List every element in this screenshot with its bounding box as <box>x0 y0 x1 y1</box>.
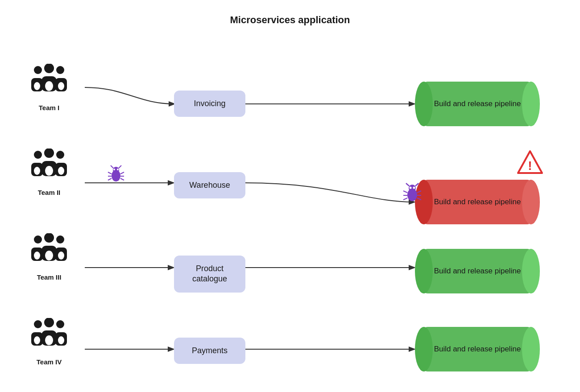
diagram: Team I Team II <box>0 30 580 392</box>
svg-point-7 <box>44 64 54 73</box>
team-group-3: Team III <box>29 233 69 281</box>
pipeline-1: Build and release pipeline <box>415 82 540 126</box>
svg-line-60 <box>108 178 112 180</box>
svg-point-31 <box>45 251 53 260</box>
svg-point-76 <box>410 187 412 189</box>
team-icon-1 <box>29 64 69 101</box>
svg-point-26 <box>56 235 64 243</box>
svg-line-56 <box>111 165 113 168</box>
pipeline-2: Build and release pipeline <box>415 180 540 224</box>
team-label-4: Team IV <box>37 358 62 366</box>
team-label-1: Team I <box>39 104 59 111</box>
svg-line-75 <box>417 198 421 200</box>
team-icon-3 <box>29 233 69 271</box>
svg-point-15 <box>34 151 42 159</box>
page-title: Microservices application <box>0 0 580 30</box>
team-group-2: Team II <box>29 149 69 196</box>
svg-point-39 <box>34 336 40 344</box>
team-icon-4 <box>29 318 69 355</box>
svg-point-77 <box>413 187 415 189</box>
svg-point-33 <box>34 320 42 328</box>
svg-point-40 <box>45 335 53 345</box>
svg-point-32 <box>58 252 64 260</box>
service-payments: Payments <box>174 338 245 364</box>
svg-point-65 <box>117 169 119 170</box>
svg-point-16 <box>44 149 54 158</box>
svg-point-23 <box>58 167 64 175</box>
svg-line-63 <box>120 178 124 180</box>
team-icon-2 <box>29 149 69 186</box>
team-label-3: Team III <box>37 273 62 281</box>
svg-line-69 <box>415 183 418 186</box>
svg-line-58 <box>108 172 112 174</box>
team-group-4: Team IV <box>29 318 69 366</box>
svg-point-64 <box>113 169 115 170</box>
team-group-1: Team I <box>29 64 69 111</box>
svg-point-22 <box>45 166 53 176</box>
warning-icon: ! <box>517 150 543 176</box>
svg-point-25 <box>44 233 54 243</box>
pipeline-3: Build and release pipeline <box>415 249 540 293</box>
team-label-2: Team II <box>38 189 61 196</box>
service-product-catalogue: Product catalogue <box>174 256 245 293</box>
svg-point-17 <box>56 151 64 159</box>
svg-point-21 <box>34 167 40 175</box>
svg-point-24 <box>34 235 42 243</box>
svg-point-13 <box>45 81 53 91</box>
service-invoicing: Invoicing <box>174 91 245 117</box>
svg-point-30 <box>34 252 40 260</box>
svg-line-72 <box>403 198 407 200</box>
svg-point-41 <box>58 336 64 344</box>
svg-point-8 <box>56 66 64 74</box>
pipeline-4: Build and release pipeline <box>415 327 540 371</box>
svg-line-57 <box>119 165 121 168</box>
svg-point-14 <box>58 82 64 90</box>
svg-point-34 <box>44 318 54 327</box>
svg-point-6 <box>34 66 42 74</box>
svg-point-12 <box>34 82 40 90</box>
bug-icon-2 <box>402 182 423 205</box>
svg-line-61 <box>120 172 124 174</box>
svg-line-73 <box>417 191 421 193</box>
svg-text:!: ! <box>528 159 532 173</box>
svg-line-68 <box>406 183 409 186</box>
bug-icon-1 <box>106 164 126 186</box>
svg-point-35 <box>56 320 64 328</box>
service-warehouse: Warehouse <box>174 172 245 198</box>
svg-line-70 <box>403 191 407 193</box>
